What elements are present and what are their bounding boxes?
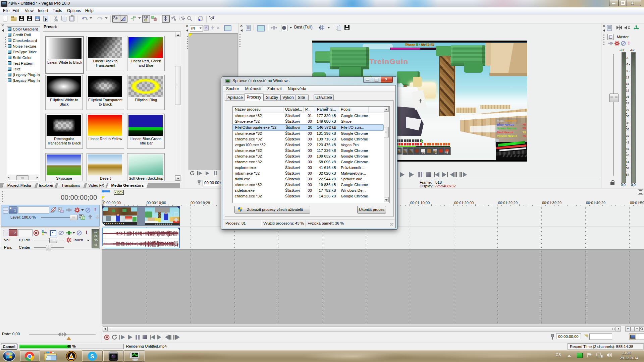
svg-text:α: α: [82, 217, 83, 219]
svg-text:S: S: [90, 353, 94, 360]
svg-text:?: ?: [212, 15, 215, 19]
